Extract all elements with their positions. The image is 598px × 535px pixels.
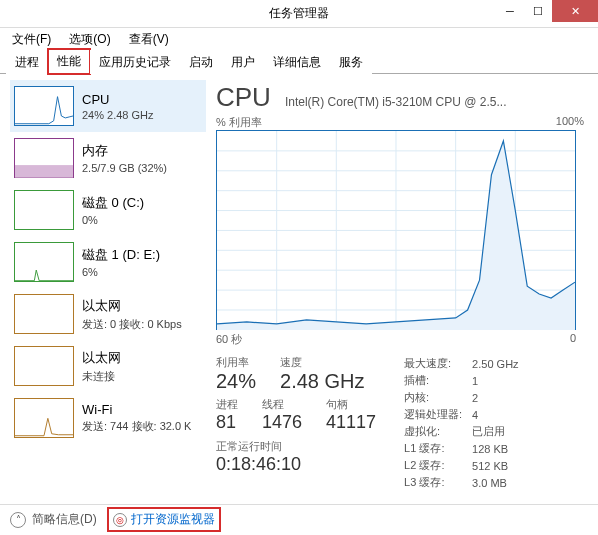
main-panel: CPU Intel(R) Core(TM) i5-3210M CPU @ 2.5… xyxy=(210,74,598,504)
tab-app-history[interactable]: 应用历史记录 xyxy=(90,50,180,74)
open-resource-monitor-link[interactable]: ◎ 打开资源监视器 xyxy=(113,511,215,528)
chart-ylabel: % 利用率 xyxy=(216,115,262,130)
sidebar-item-ethernet0[interactable]: 以太网 发送: 0 接收: 0 Kbps xyxy=(10,288,206,340)
sidebar-item-disk1[interactable]: 磁盘 1 (D: E:) 6% xyxy=(10,236,206,288)
tab-startup[interactable]: 启动 xyxy=(180,50,222,74)
sidebar-item-label: 磁盘 1 (D: E:) xyxy=(82,246,160,264)
sidebar-item-label: 磁盘 0 (C:) xyxy=(82,194,144,212)
disk-thumb-icon xyxy=(14,190,74,230)
sidebar-item-sub: 发送: 0 接收: 0 Kbps xyxy=(82,317,182,332)
tabs: 进程 性能 应用历史记录 启动 用户 详细信息 服务 xyxy=(0,50,598,74)
cpu-chart xyxy=(216,130,576,330)
sidebar-item-ethernet1[interactable]: 以太网 未连接 xyxy=(10,340,206,392)
stat-processes: 进程 81 xyxy=(216,397,238,433)
menubar: 文件(F) 选项(O) 查看(V) xyxy=(0,28,598,50)
chart-xright: 0 xyxy=(570,332,576,347)
tab-processes[interactable]: 进程 xyxy=(6,50,48,74)
sidebar-item-label: Wi-Fi xyxy=(82,402,191,417)
stat-speed: 速度 2.48 GHz xyxy=(280,355,364,393)
window-title: 任务管理器 xyxy=(269,5,329,22)
stat-utilization: 利用率 24% xyxy=(216,355,256,393)
sidebar-item-label: 以太网 xyxy=(82,297,182,315)
sidebar-item-cpu[interactable]: CPU 24% 2.48 GHz xyxy=(10,80,206,132)
memory-thumb-icon xyxy=(14,138,74,178)
tab-performance[interactable]: 性能 xyxy=(48,49,90,74)
sidebar-item-sub: 0% xyxy=(82,214,144,226)
stat-handles: 句柄 41117 xyxy=(326,397,376,433)
stat-threads: 线程 1476 xyxy=(262,397,302,433)
sidebar-item-sub: 24% 2.48 GHz xyxy=(82,109,154,121)
cpu-details-table: 最大速度:2.50 GHz 插槽:1 内核:2 逻辑处理器:4 虚拟化:已启用 … xyxy=(404,355,524,491)
resource-monitor-icon: ◎ xyxy=(113,513,127,527)
menu-file[interactable]: 文件(F) xyxy=(4,29,59,50)
titlebar: 任务管理器 ─ ☐ ✕ xyxy=(0,0,598,28)
sidebar-item-label: 内存 xyxy=(82,142,167,160)
tab-services[interactable]: 服务 xyxy=(330,50,372,74)
sidebar-item-disk0[interactable]: 磁盘 0 (C:) 0% xyxy=(10,184,206,236)
sidebar-item-label: 以太网 xyxy=(82,349,121,367)
sidebar-item-sub: 6% xyxy=(82,266,160,278)
cpu-model: Intel(R) Core(TM) i5-3210M CPU @ 2.5... xyxy=(285,95,584,109)
ethernet-thumb-icon xyxy=(14,294,74,334)
menu-view[interactable]: 查看(V) xyxy=(121,29,177,50)
tab-details[interactable]: 详细信息 xyxy=(264,50,330,74)
chart-ymax: 100% xyxy=(556,115,584,130)
stat-uptime: 正常运行时间 0:18:46:10 xyxy=(216,439,376,475)
sidebar-item-sub: 未连接 xyxy=(82,369,121,384)
ethernet-thumb-icon xyxy=(14,346,74,386)
window-controls: ─ ☐ ✕ xyxy=(496,0,598,22)
cpu-thumb-icon xyxy=(14,86,74,126)
sidebar-item-wifi[interactable]: Wi-Fi 发送: 744 接收: 32.0 K xyxy=(10,392,206,444)
maximize-button[interactable]: ☐ xyxy=(524,0,552,22)
sidebar-item-label: CPU xyxy=(82,92,154,107)
fewer-details-button[interactable]: ˄ 简略信息(D) xyxy=(10,511,97,528)
minimize-button[interactable]: ─ xyxy=(496,0,524,22)
disk-thumb-icon xyxy=(14,242,74,282)
sidebar-item-sub: 发送: 744 接收: 32.0 K xyxy=(82,419,191,434)
chevron-up-icon: ˄ xyxy=(10,512,26,528)
sidebar-item-sub: 2.5/7.9 GB (32%) xyxy=(82,162,167,174)
close-button[interactable]: ✕ xyxy=(552,0,598,22)
menu-options[interactable]: 选项(O) xyxy=(61,29,118,50)
sidebar: CPU 24% 2.48 GHz 内存 2.5/7.9 GB (32%) 磁盘 … xyxy=(0,74,210,504)
svg-rect-0 xyxy=(15,165,73,178)
cpu-heading: CPU xyxy=(216,82,271,113)
tab-users[interactable]: 用户 xyxy=(222,50,264,74)
footer: ˄ 简略信息(D) ◎ 打开资源监视器 xyxy=(0,504,598,534)
chart-xleft: 60 秒 xyxy=(216,332,242,347)
sidebar-item-memory[interactable]: 内存 2.5/7.9 GB (32%) xyxy=(10,132,206,184)
wifi-thumb-icon xyxy=(14,398,74,438)
